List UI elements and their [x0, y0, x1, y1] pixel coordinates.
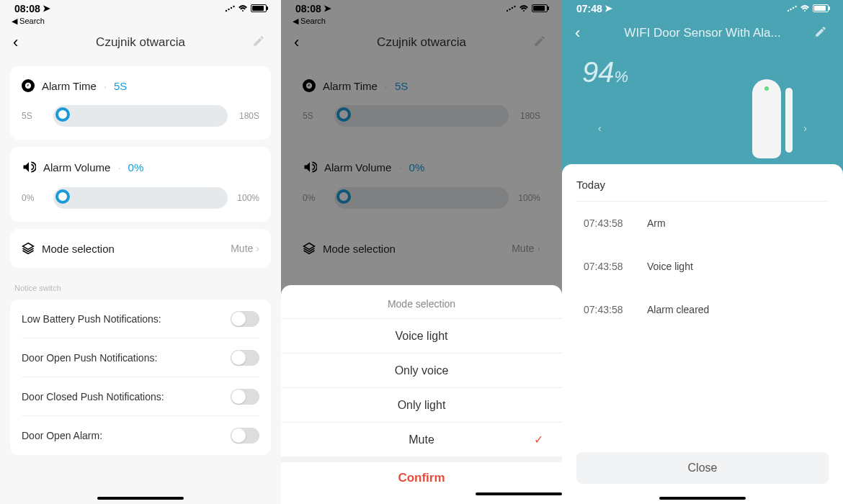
alarm-time-min: 5S	[22, 111, 46, 121]
slider-thumb[interactable]	[55, 107, 70, 122]
mode-selection-label: Mode selection	[42, 243, 115, 255]
screen-mode-selection: 08:08 ➤ ◀ Search ‹ Czujnik otwarcia Alar…	[281, 0, 562, 504]
home-indicator[interactable]	[97, 497, 184, 500]
device-illustration	[752, 79, 793, 158]
alarm-volume-slider[interactable]	[53, 187, 228, 209]
breadcrumb-back[interactable]: ◀ Search	[0, 17, 281, 26]
svg-point-2	[231, 6, 232, 8]
option-only-voice[interactable]: Only voice	[281, 353, 562, 387]
option-mute[interactable]: Mute ✓	[281, 422, 562, 456]
action-sheet-title: Mode selection	[281, 292, 562, 318]
svg-point-3	[233, 5, 234, 6]
box-icon	[22, 242, 35, 255]
toggle-door-open[interactable]	[231, 350, 259, 366]
notice-section-header: Notice switch	[0, 275, 281, 295]
speaker-icon	[22, 160, 36, 174]
next-device-arrow[interactable]: ›	[803, 122, 807, 134]
toggle-door-closed[interactable]	[231, 389, 259, 405]
status-time: 08:08	[14, 3, 40, 14]
page-title: Czujnik otwarcia	[0, 35, 281, 50]
alarm-time-label: Alarm Time	[42, 80, 97, 92]
notice-row-door-closed: Door Closed Push Notifications:	[22, 377, 259, 416]
log-heading: Today	[576, 179, 829, 201]
confirm-button[interactable]: Confirm	[281, 456, 562, 494]
screen-device-log: 07:48 ➤ ‹ WIFI Door Sensor With Ala... 9…	[562, 0, 843, 504]
alarm-time-card: Alarm Time · 5S 5S 180S	[10, 66, 271, 140]
toggle-low-battery[interactable]	[231, 311, 259, 327]
chevron-right-icon: ›	[256, 243, 259, 254]
notice-row-low-battery: Low Battery Push Notifications:	[22, 300, 259, 338]
option-only-light[interactable]: Only light	[281, 387, 562, 422]
screen-settings: 08:08 ➤ ◀ Search ‹ Czujnik otwarcia Alar…	[0, 0, 281, 504]
log-sheet: Today 07:43:58 Arm 07:43:58 Voice light …	[562, 164, 843, 504]
alarm-time-slider[interactable]	[53, 105, 228, 127]
log-item: 07:43:58 Arm	[576, 202, 829, 245]
alarm-volume-card: Alarm Volume · 0% 0% 100%	[10, 147, 271, 222]
svg-point-11	[795, 5, 796, 6]
log-item: 07:43:58 Voice light	[576, 245, 829, 288]
wifi-icon	[800, 3, 810, 14]
notice-row-door-alarm: Door Open Alarm:	[22, 416, 259, 455]
battery-icon	[251, 4, 267, 12]
check-icon: ✓	[534, 433, 543, 446]
alarm-volume-label: Alarm Volume	[43, 161, 110, 174]
location-icon: ➤	[43, 3, 50, 14]
edit-icon[interactable]	[814, 25, 830, 42]
svg-point-0	[226, 9, 227, 11]
alarm-volume-value: 0%	[128, 161, 144, 174]
home-indicator[interactable]	[659, 497, 746, 500]
option-voice-light[interactable]: Voice light	[281, 318, 562, 353]
wifi-icon	[238, 3, 248, 14]
toggle-door-alarm[interactable]	[231, 428, 259, 444]
notice-row-door-open: Door Open Push Notifications:	[22, 338, 259, 377]
svg-point-10	[793, 6, 794, 8]
svg-point-1	[228, 8, 229, 9]
close-button[interactable]: Close	[576, 452, 829, 484]
header: ‹ WIFI Door Sensor With Ala...	[562, 17, 843, 50]
slider-thumb[interactable]	[55, 189, 70, 204]
notice-list: Low Battery Push Notifications: Door Ope…	[10, 300, 271, 455]
status-bar: 08:08 ➤	[0, 0, 281, 17]
status-bar: 07:48 ➤	[562, 0, 843, 17]
alarm-time-max: 180S	[235, 111, 259, 121]
log-item: 07:43:58 Alarm cleared	[576, 288, 829, 331]
battery-icon	[813, 4, 829, 12]
mode-action-sheet: Mode selection Voice light Only voice On…	[281, 285, 562, 504]
mode-selection-card[interactable]: Mode selection Mute ›	[10, 229, 271, 268]
clock-icon	[22, 79, 35, 92]
page-title: WIFI Door Sensor With Ala...	[562, 26, 843, 40]
battery-percentage: 94%	[582, 56, 628, 89]
home-indicator[interactable]	[476, 492, 562, 495]
svg-point-8	[788, 9, 789, 11]
signal-icon	[787, 3, 797, 14]
alarm-volume-max: 100%	[235, 193, 259, 203]
prev-device-arrow[interactable]: ‹	[598, 122, 602, 134]
alarm-time-value: 5S	[114, 80, 127, 92]
status-time: 07:48	[576, 3, 602, 14]
signal-icon	[225, 3, 235, 14]
svg-point-9	[790, 8, 791, 9]
location-icon: ➤	[605, 3, 612, 14]
alarm-volume-min: 0%	[22, 193, 46, 203]
mode-selection-value: Mute	[231, 243, 253, 254]
header: ‹ Czujnik otwarcia	[0, 26, 281, 59]
